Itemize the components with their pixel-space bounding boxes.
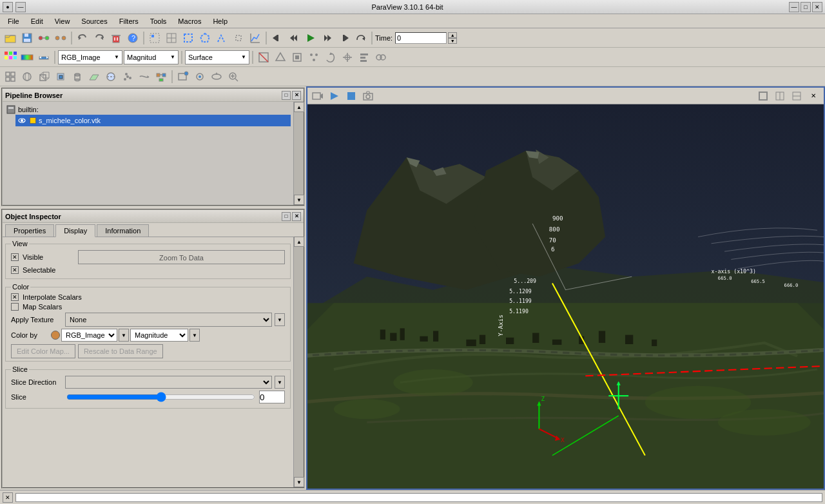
help-button[interactable]: ? [125, 30, 141, 46]
slice-direction-select[interactable] [65, 376, 272, 389]
rect-select-button[interactable] [180, 30, 196, 46]
flow-btn[interactable] [137, 69, 152, 84]
selectable-checkbox[interactable] [11, 266, 19, 274]
rescale-button[interactable] [36, 50, 52, 65]
camera-orbit-btn[interactable] [209, 69, 224, 84]
goto-last-button[interactable] [336, 30, 352, 46]
color-by-arr[interactable]: ▼ [119, 329, 129, 342]
interactive-render-btn[interactable] [327, 88, 342, 104]
merge-btn[interactable] [373, 50, 389, 65]
rescale-to-range-button[interactable]: Rescale to Data Range [78, 344, 163, 358]
slice-slider[interactable] [66, 392, 255, 402]
frustum-button[interactable] [231, 30, 246, 46]
reset-camera-btn[interactable] [175, 69, 191, 84]
titlebar-minimize-button[interactable]: — [789, 2, 799, 12]
pipeline-scroll-down[interactable]: ▼ [294, 195, 304, 205]
color-component-select[interactable]: Magnitude [130, 329, 188, 342]
slice-direction-arrow[interactable]: ▼ [275, 376, 285, 389]
grid-view-btn[interactable] [3, 69, 18, 84]
edit-colormap-button[interactable]: Edit Color Map... [11, 344, 75, 358]
filter-chain-btn[interactable] [153, 69, 169, 84]
cylinder-btn[interactable] [70, 69, 85, 84]
select-button[interactable] [147, 30, 162, 46]
viewport-close-btn[interactable]: ✕ [806, 88, 821, 104]
menu-help[interactable]: Help [208, 16, 233, 26]
pipeline-builtin-item[interactable]: builtin: [5, 104, 291, 115]
point-btn[interactable] [306, 50, 322, 65]
tab-display[interactable]: Display [55, 224, 95, 237]
titlebar-close-button[interactable]: ✕ [812, 2, 822, 12]
zoom-to-data-button[interactable]: Zoom To Data [78, 250, 285, 264]
delete-button[interactable] [108, 30, 124, 46]
inspector-maximize-button[interactable]: □ [282, 212, 291, 221]
play-button[interactable] [303, 30, 318, 46]
viewport-maximize-btn[interactable] [755, 88, 771, 104]
inspector-scroll-down[interactable]: ▼ [294, 477, 304, 487]
zoom-in-btn[interactable] [226, 69, 241, 84]
wireframe-btn[interactable] [273, 50, 288, 65]
surface-dropdown[interactable]: Surface ▼ [185, 50, 249, 64]
prev-frame-button[interactable] [286, 30, 302, 46]
visibility-btn[interactable] [256, 50, 271, 65]
rubber-band-button[interactable] [214, 30, 229, 46]
titlebar-maximize-button[interactable]: □ [801, 2, 811, 12]
connect-button[interactable] [36, 30, 52, 46]
menu-macros[interactable]: Macros [173, 16, 206, 26]
menu-edit[interactable]: Edit [26, 16, 48, 26]
component-arr[interactable]: ▼ [189, 329, 200, 342]
inspector-scroll-up[interactable]: ▲ [294, 237, 304, 247]
undo-button[interactable] [75, 30, 90, 46]
vorticity-btn[interactable] [323, 50, 338, 65]
pipeline-maximize-button[interactable]: □ [282, 91, 291, 100]
poly-select-button[interactable] [197, 30, 213, 46]
time-up-button[interactable]: ▲ [448, 32, 457, 38]
time-input[interactable] [395, 32, 447, 44]
still-render-btn[interactable] [344, 88, 359, 104]
menu-file[interactable]: File [3, 16, 24, 26]
color-by-select[interactable]: RGB_Image [61, 329, 117, 342]
time-down-button[interactable]: ▼ [448, 38, 457, 44]
menu-tools[interactable]: Tools [145, 16, 172, 26]
inspector-close-button[interactable]: ✕ [292, 212, 301, 221]
orient-box-btn[interactable] [53, 69, 68, 84]
viewport-3d[interactable]: 900 800 70 6 5...209 5..1209 5..1199 5.1… [307, 104, 824, 489]
disconnect-button[interactable] [53, 30, 68, 46]
interpolate-checkbox[interactable] [11, 293, 19, 301]
tab-information[interactable]: Information [97, 224, 149, 237]
scatter-btn[interactable] [120, 69, 135, 84]
apply-texture-select[interactable]: None [65, 313, 272, 327]
open-button[interactable] [3, 30, 18, 46]
apply-texture-dropdown-arrow[interactable]: ▼ [275, 313, 285, 326]
next-frame-button[interactable] [320, 30, 335, 46]
pipeline-file-item[interactable]: s_michele_color.vtk [15, 115, 291, 126]
status-close-button[interactable]: ✕ [3, 492, 13, 503]
save-button[interactable] [19, 30, 35, 46]
clip-btn[interactable] [103, 69, 119, 84]
loop-button[interactable] [353, 30, 369, 46]
menu-view[interactable]: View [50, 16, 75, 26]
menu-sources[interactable]: Sources [76, 16, 112, 26]
magnitude-dropdown[interactable]: Magnitud ▼ [124, 50, 179, 64]
map-scalars-checkbox[interactable] [11, 303, 19, 311]
camera-view-btn[interactable] [310, 88, 325, 104]
redo-button[interactable] [92, 30, 107, 46]
plot-select-button[interactable] [248, 30, 263, 46]
visible-checkbox[interactable] [11, 253, 19, 261]
plane-btn[interactable] [86, 69, 102, 84]
align-btn[interactable] [356, 50, 372, 65]
surface-select-button[interactable] [164, 30, 179, 46]
snapshot-btn[interactable] [360, 88, 376, 104]
color-swatch-button[interactable] [3, 50, 18, 65]
menu-filters[interactable]: Filters [114, 16, 144, 26]
minimize-button[interactable]: — [15, 2, 26, 12]
box-btn[interactable] [36, 69, 52, 84]
colormap-button[interactable] [19, 50, 35, 65]
pipeline-scroll-up[interactable]: ▲ [294, 102, 304, 112]
outline-btn[interactable] [289, 50, 305, 65]
goto-first-button[interactable] [269, 30, 285, 46]
orient-btn[interactable] [340, 50, 355, 65]
pipeline-close-button[interactable]: ✕ [292, 91, 301, 100]
slice-value-input[interactable] [259, 391, 285, 403]
viewport-split-v-btn[interactable] [789, 88, 804, 104]
rgb-image-dropdown[interactable]: RGB_Image ▼ [58, 50, 122, 64]
